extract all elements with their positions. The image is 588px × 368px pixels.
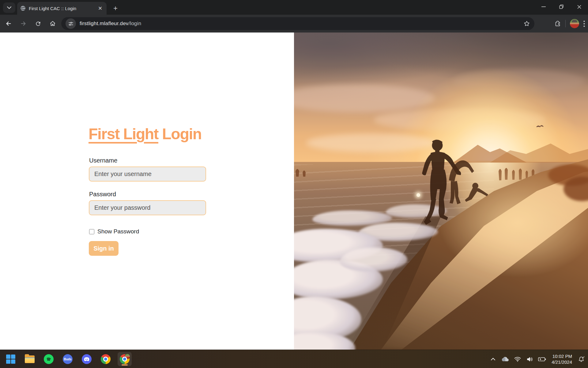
reload-button[interactable]: [32, 17, 44, 30]
beach-sunset-photo: [294, 33, 588, 350]
taskbar: Buds: [0, 350, 588, 368]
profile-avatar[interactable]: [570, 19, 579, 28]
buds-label: Buds: [64, 358, 72, 361]
tab-close-icon[interactable]: ✕: [97, 5, 104, 12]
browser-tab[interactable]: First Light CAC :: Login ✕: [17, 2, 107, 15]
galaxy-buds-button[interactable]: Buds: [61, 352, 75, 366]
discord-button[interactable]: [80, 352, 94, 366]
clock-date: 4/21/2024: [552, 359, 572, 365]
new-tab-button[interactable]: +: [111, 4, 120, 13]
page-title: First Light Login: [89, 125, 202, 143]
system-tray: 10:02 PM 4/21/2024 z z: [489, 350, 586, 368]
url-text[interactable]: firstlight.mlafleur.dev/login: [80, 21, 523, 27]
url-domain: firstlight.mlafleur.dev: [80, 21, 129, 26]
page-viewport: First Light Login Username Password Show…: [0, 33, 588, 350]
profile-photo-badge: [125, 354, 130, 359]
windows-logo-icon: [6, 355, 15, 364]
password-label: Password: [89, 191, 116, 198]
menu-kebab-icon[interactable]: [583, 21, 585, 27]
warm-tint-overlay: [294, 33, 588, 350]
wifi-icon[interactable]: [514, 354, 522, 364]
login-panel: First Light Login Username Password Show…: [0, 33, 294, 350]
home-button[interactable]: [47, 17, 59, 30]
start-button[interactable]: [4, 352, 18, 366]
discord-icon: [82, 354, 92, 364]
show-password-row: Show Password: [89, 228, 139, 235]
volume-icon[interactable]: [526, 354, 534, 364]
restore-button[interactable]: [552, 0, 570, 13]
chevron-down-icon: [7, 6, 11, 9]
minimize-button[interactable]: [535, 0, 552, 13]
show-password-label: Show Password: [97, 228, 139, 235]
tray-clock[interactable]: 10:02 PM 4/21/2024: [552, 353, 572, 365]
tab-search-button[interactable]: [3, 2, 15, 13]
extensions-icon[interactable]: [554, 20, 561, 27]
toolbar-separator: [565, 20, 566, 27]
site-settings-icon[interactable]: [66, 18, 76, 29]
spotify-button[interactable]: [42, 352, 56, 366]
file-explorer-button[interactable]: [23, 352, 37, 366]
bookmark-star-icon[interactable]: [523, 20, 530, 27]
show-password-checkbox[interactable]: [89, 229, 94, 234]
buds-icon: Buds: [63, 354, 73, 364]
back-button[interactable]: [2, 17, 15, 30]
address-bar[interactable]: firstlight.mlafleur.dev/login: [61, 17, 534, 30]
tab-strip: First Light CAC :: Login ✕ +: [0, 0, 588, 15]
clock-time: 10:02 PM: [552, 353, 572, 359]
globe-favicon-icon: [20, 6, 26, 11]
onedrive-cloud-icon[interactable]: [501, 354, 509, 364]
first-light-link[interactable]: First Light: [89, 125, 158, 143]
bell-dnd-icon[interactable]: z z: [578, 354, 586, 364]
chrome-icon: [101, 354, 111, 364]
browser-toolbar: firstlight.mlafleur.dev/login: [0, 15, 588, 33]
username-input[interactable]: [89, 167, 206, 182]
window-controls: [535, 0, 588, 13]
browser-window: First Light CAC :: Login ✕ +: [0, 0, 588, 368]
chrome-active-window-button[interactable]: [118, 352, 132, 366]
username-label: Username: [89, 157, 117, 164]
taskbar-apps: Buds: [4, 350, 132, 368]
tray-chevron-up-icon[interactable]: [489, 354, 497, 364]
url-path: /login: [129, 21, 141, 26]
battery-charging-icon[interactable]: [538, 354, 546, 364]
password-input[interactable]: [89, 200, 206, 215]
svg-text:z: z: [584, 356, 585, 358]
folder-icon: [25, 355, 35, 363]
chrome-button[interactable]: [99, 352, 113, 366]
toolbar-right: [554, 17, 585, 30]
login-heading-rest: Login: [158, 125, 202, 143]
tab-title: First Light CAC :: Login: [29, 6, 94, 11]
forward-button[interactable]: [17, 17, 29, 30]
chrome-icon: [120, 354, 130, 364]
sign-in-button[interactable]: Sign in: [89, 241, 119, 256]
close-button[interactable]: [570, 0, 588, 13]
spotify-icon: [44, 354, 54, 364]
